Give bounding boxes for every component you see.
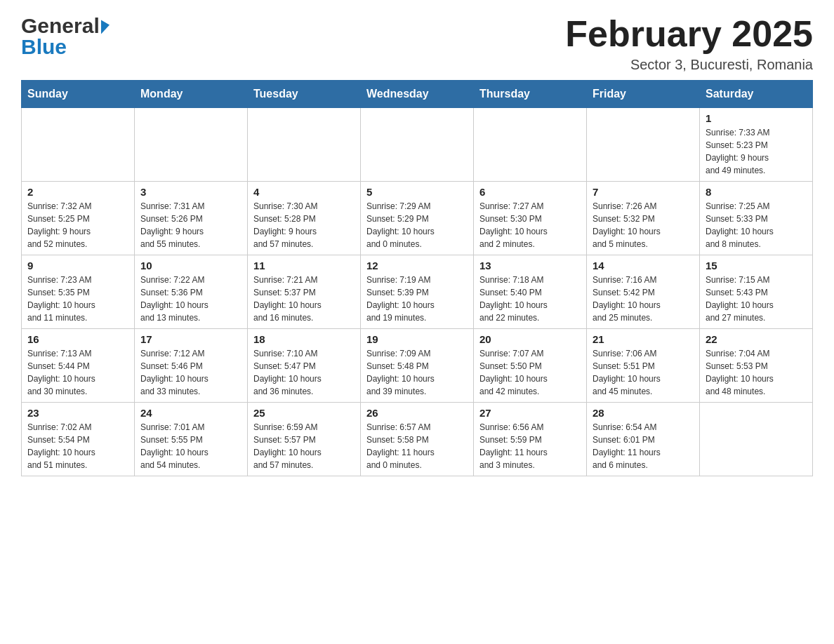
calendar-cell: 28Sunrise: 6:54 AM Sunset: 6:01 PM Dayli…: [587, 403, 700, 476]
calendar-cell: 8Sunrise: 7:25 AM Sunset: 5:33 PM Daylig…: [700, 182, 813, 255]
calendar-cell: 26Sunrise: 6:57 AM Sunset: 5:58 PM Dayli…: [361, 403, 474, 476]
day-info: Sunrise: 7:23 AM Sunset: 5:35 PM Dayligh…: [27, 274, 128, 324]
location-subtitle: Sector 3, Bucuresti, Romania: [565, 57, 813, 73]
day-number: 25: [253, 407, 355, 419]
day-info: Sunrise: 7:06 AM Sunset: 5:51 PM Dayligh…: [593, 347, 694, 398]
column-header-friday: Friday: [587, 81, 700, 108]
calendar-cell: 21Sunrise: 7:06 AM Sunset: 5:51 PM Dayli…: [587, 329, 700, 403]
calendar-cell: [22, 108, 135, 182]
calendar-cell: 6Sunrise: 7:27 AM Sunset: 5:30 PM Daylig…: [474, 182, 587, 255]
logo: General Blue: [21, 14, 110, 59]
calendar-cell: 17Sunrise: 7:12 AM Sunset: 5:46 PM Dayli…: [135, 329, 248, 403]
day-number: 19: [366, 333, 468, 345]
header-row: SundayMondayTuesdayWednesdayThursdayFrid…: [22, 81, 813, 108]
day-number: 2: [27, 186, 128, 198]
day-number: 21: [593, 333, 694, 345]
calendar-cell: 24Sunrise: 7:01 AM Sunset: 5:55 PM Dayli…: [135, 403, 248, 476]
calendar-cell: 16Sunrise: 7:13 AM Sunset: 5:44 PM Dayli…: [22, 329, 135, 403]
calendar-cell: 22Sunrise: 7:04 AM Sunset: 5:53 PM Dayli…: [700, 329, 813, 403]
column-header-wednesday: Wednesday: [361, 81, 474, 108]
day-info: Sunrise: 6:57 AM Sunset: 5:58 PM Dayligh…: [366, 421, 468, 471]
day-number: 7: [593, 186, 694, 198]
column-header-sunday: Sunday: [22, 81, 135, 108]
day-number: 1: [706, 112, 807, 124]
day-info: Sunrise: 7:13 AM Sunset: 5:44 PM Dayligh…: [27, 347, 128, 398]
column-header-saturday: Saturday: [700, 81, 813, 108]
calendar-cell: 12Sunrise: 7:19 AM Sunset: 5:39 PM Dayli…: [361, 255, 474, 329]
day-number: 23: [27, 407, 128, 419]
logo-blue-text: Blue: [21, 35, 67, 59]
day-info: Sunrise: 7:09 AM Sunset: 5:48 PM Dayligh…: [366, 347, 468, 398]
day-number: 27: [479, 407, 581, 419]
day-number: 5: [366, 186, 468, 198]
day-number: 18: [253, 333, 355, 345]
month-title: February 2025: [565, 14, 813, 54]
day-info: Sunrise: 7:10 AM Sunset: 5:47 PM Dayligh…: [253, 347, 355, 398]
day-info: Sunrise: 6:54 AM Sunset: 6:01 PM Dayligh…: [593, 421, 694, 471]
day-info: Sunrise: 7:27 AM Sunset: 5:30 PM Dayligh…: [479, 200, 581, 250]
day-number: 22: [706, 333, 807, 345]
calendar-week-3: 9Sunrise: 7:23 AM Sunset: 5:35 PM Daylig…: [22, 255, 813, 329]
calendar-cell: 27Sunrise: 6:56 AM Sunset: 5:59 PM Dayli…: [474, 403, 587, 476]
day-number: 17: [140, 333, 241, 345]
day-number: 6: [479, 186, 581, 198]
day-number: 10: [140, 260, 241, 271]
column-header-monday: Monday: [135, 81, 248, 108]
day-info: Sunrise: 7:07 AM Sunset: 5:50 PM Dayligh…: [479, 347, 581, 398]
day-info: Sunrise: 7:32 AM Sunset: 5:25 PM Dayligh…: [27, 200, 128, 250]
day-info: Sunrise: 7:25 AM Sunset: 5:33 PM Dayligh…: [706, 200, 807, 250]
title-block: February 2025 Sector 3, Bucuresti, Roman…: [565, 14, 813, 73]
column-header-thursday: Thursday: [474, 81, 587, 108]
calendar-week-2: 2Sunrise: 7:32 AM Sunset: 5:25 PM Daylig…: [22, 182, 813, 255]
calendar-cell: 7Sunrise: 7:26 AM Sunset: 5:32 PM Daylig…: [587, 182, 700, 255]
page-header: General Blue February 2025 Sector 3, Buc…: [21, 14, 813, 73]
day-info: Sunrise: 7:19 AM Sunset: 5:39 PM Dayligh…: [366, 274, 468, 324]
calendar-table: SundayMondayTuesdayWednesdayThursdayFrid…: [21, 80, 813, 476]
day-number: 20: [479, 333, 581, 345]
calendar-body: 1Sunrise: 7:33 AM Sunset: 5:23 PM Daylig…: [22, 108, 813, 476]
day-info: Sunrise: 6:59 AM Sunset: 5:57 PM Dayligh…: [253, 421, 355, 471]
day-info: Sunrise: 7:26 AM Sunset: 5:32 PM Dayligh…: [593, 200, 694, 250]
day-number: 16: [27, 333, 128, 345]
calendar-cell: [587, 108, 700, 182]
day-info: Sunrise: 7:04 AM Sunset: 5:53 PM Dayligh…: [706, 347, 807, 398]
calendar-cell: 23Sunrise: 7:02 AM Sunset: 5:54 PM Dayli…: [22, 403, 135, 476]
day-info: Sunrise: 7:30 AM Sunset: 5:28 PM Dayligh…: [253, 200, 355, 250]
calendar-cell: 1Sunrise: 7:33 AM Sunset: 5:23 PM Daylig…: [700, 108, 813, 182]
calendar-header: SundayMondayTuesdayWednesdayThursdayFrid…: [22, 81, 813, 108]
day-info: Sunrise: 7:21 AM Sunset: 5:37 PM Dayligh…: [253, 274, 355, 324]
calendar-week-5: 23Sunrise: 7:02 AM Sunset: 5:54 PM Dayli…: [22, 403, 813, 476]
column-header-tuesday: Tuesday: [248, 81, 361, 108]
calendar-cell: 3Sunrise: 7:31 AM Sunset: 5:26 PM Daylig…: [135, 182, 248, 255]
logo-general-text: General: [21, 14, 100, 38]
calendar-cell: 25Sunrise: 6:59 AM Sunset: 5:57 PM Dayli…: [248, 403, 361, 476]
calendar-cell: [135, 108, 248, 182]
calendar-cell: 19Sunrise: 7:09 AM Sunset: 5:48 PM Dayli…: [361, 329, 474, 403]
calendar-cell: 13Sunrise: 7:18 AM Sunset: 5:40 PM Dayli…: [474, 255, 587, 329]
calendar-cell: 4Sunrise: 7:30 AM Sunset: 5:28 PM Daylig…: [248, 182, 361, 255]
day-number: 11: [253, 260, 355, 271]
day-number: 14: [593, 260, 694, 271]
calendar-cell: 14Sunrise: 7:16 AM Sunset: 5:42 PM Dayli…: [587, 255, 700, 329]
day-info: Sunrise: 7:02 AM Sunset: 5:54 PM Dayligh…: [27, 421, 128, 471]
day-number: 8: [706, 186, 807, 198]
calendar-cell: 11Sunrise: 7:21 AM Sunset: 5:37 PM Dayli…: [248, 255, 361, 329]
logo-arrow-icon: [101, 18, 110, 34]
calendar-cell: 2Sunrise: 7:32 AM Sunset: 5:25 PM Daylig…: [22, 182, 135, 255]
calendar-cell: 5Sunrise: 7:29 AM Sunset: 5:29 PM Daylig…: [361, 182, 474, 255]
day-info: Sunrise: 7:33 AM Sunset: 5:23 PM Dayligh…: [706, 126, 807, 177]
day-number: 28: [593, 407, 694, 419]
calendar-cell: [474, 108, 587, 182]
calendar-cell: 10Sunrise: 7:22 AM Sunset: 5:36 PM Dayli…: [135, 255, 248, 329]
calendar-cell: [700, 403, 813, 476]
calendar-cell: 20Sunrise: 7:07 AM Sunset: 5:50 PM Dayli…: [474, 329, 587, 403]
day-number: 3: [140, 186, 241, 198]
day-info: Sunrise: 7:22 AM Sunset: 5:36 PM Dayligh…: [140, 274, 241, 324]
day-info: Sunrise: 7:15 AM Sunset: 5:43 PM Dayligh…: [706, 274, 807, 324]
day-number: 24: [140, 407, 241, 419]
calendar-cell: 9Sunrise: 7:23 AM Sunset: 5:35 PM Daylig…: [22, 255, 135, 329]
calendar-week-1: 1Sunrise: 7:33 AM Sunset: 5:23 PM Daylig…: [22, 108, 813, 182]
day-number: 26: [366, 407, 468, 419]
day-info: Sunrise: 7:18 AM Sunset: 5:40 PM Dayligh…: [479, 274, 581, 324]
calendar-cell: [361, 108, 474, 182]
